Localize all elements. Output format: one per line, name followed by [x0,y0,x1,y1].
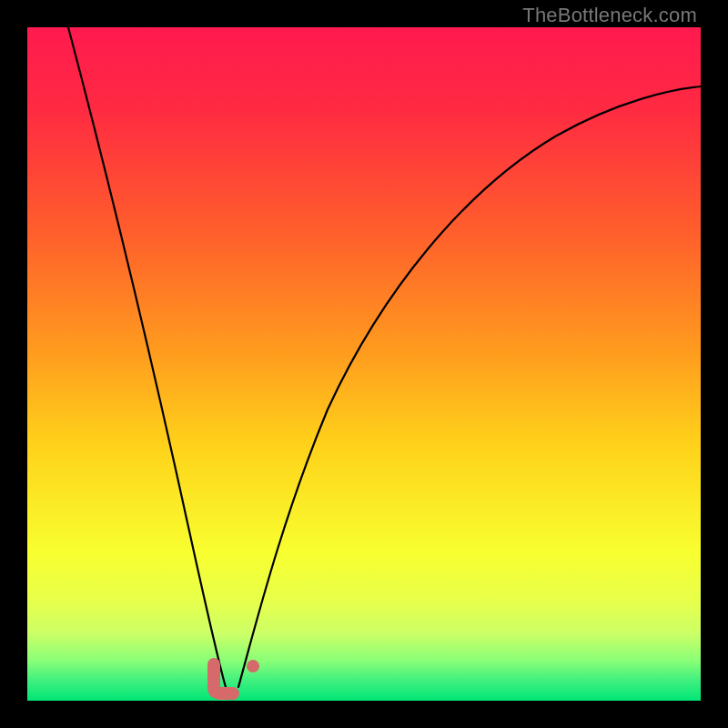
minimum-marker-dot [247,660,259,672]
curve-right [238,86,701,687]
chart-frame: { "attribution": "TheBottleneck.com", "c… [0,0,728,728]
curve-left [68,27,226,687]
attribution-label: TheBottleneck.com [522,4,697,27]
plot-area [27,27,701,701]
bottleneck-curve [27,27,701,701]
